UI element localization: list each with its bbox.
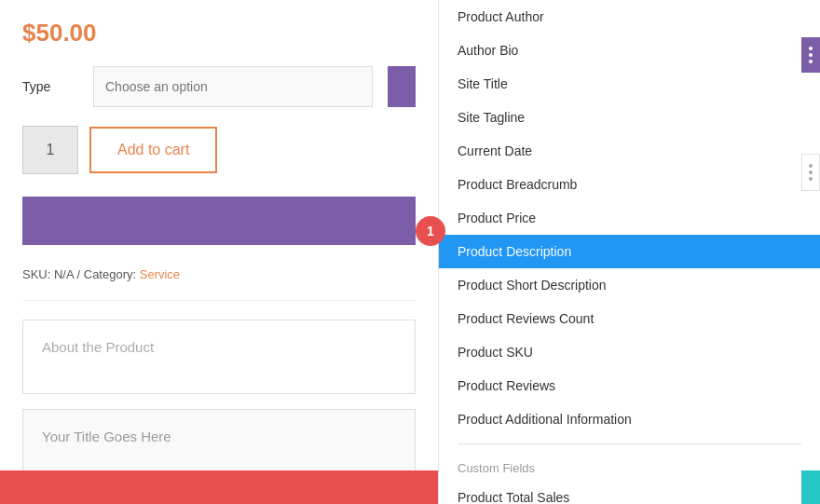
dot2-2	[809, 170, 813, 174]
right-dropdown-panel: Product AuthorAuthor BioSite TitleSite T…	[438, 0, 820, 504]
title-box: Your Title Goes Here	[22, 409, 416, 474]
dot-3	[809, 60, 813, 63]
purple-button[interactable]	[388, 66, 416, 107]
dot2-1	[809, 164, 813, 168]
dropdown-item[interactable]: Product SKU	[439, 335, 820, 369]
purple-bar	[22, 197, 416, 245]
dropdown-item[interactable]: Current Date	[439, 134, 820, 168]
dropdown-item[interactable]: Site Title	[439, 67, 820, 101]
product-price: $50.00	[22, 19, 416, 48]
custom-field-item[interactable]: Product Total Sales	[439, 481, 820, 504]
type-select[interactable]	[93, 66, 373, 107]
dropdown-item[interactable]: Product Additional Information	[439, 402, 820, 436]
dot2-3	[809, 177, 813, 181]
dropdown-item[interactable]: Product Short Description	[439, 268, 820, 302]
red-bar	[0, 470, 438, 504]
teal-bar	[801, 470, 820, 504]
dropdown-list: Product AuthorAuthor BioSite TitleSite T…	[439, 0, 820, 504]
dropdown-item[interactable]: Product Reviews	[439, 369, 820, 402]
dropdown-item[interactable]: Product Description	[439, 235, 820, 268]
dropdown-item[interactable]: Product Breadcrumb	[439, 168, 820, 201]
dropdown-item[interactable]: Product Author	[439, 0, 820, 34]
dropdown-item[interactable]: Author Bio	[439, 34, 820, 67]
step-badge: 1	[416, 216, 445, 246]
sku-text: SKU: N/A / Category:	[22, 267, 136, 281]
dropdown-item[interactable]: Product Price	[439, 201, 820, 235]
custom-fields-label: Custom Fields	[439, 452, 820, 481]
sku-line: SKU: N/A / Category: Service	[22, 267, 416, 301]
dropdown-item[interactable]: Product Reviews Count	[439, 302, 820, 335]
dropdown-divider	[458, 443, 801, 444]
add-to-cart-button[interactable]: Add to cart	[89, 127, 217, 173]
bottom-bar	[0, 470, 438, 504]
badge-container: 1	[416, 216, 445, 246]
more-options-button-top[interactable]	[801, 37, 820, 73]
type-row: Type	[22, 66, 416, 107]
category-link[interactable]: Service	[140, 267, 180, 281]
cart-row: Add to cart	[22, 126, 416, 174]
about-placeholder: About the Product	[42, 339, 154, 355]
left-panel: $50.00 Type Add to cart SKU: N/A / Categ…	[0, 0, 438, 504]
type-label: Type	[22, 79, 78, 94]
title-placeholder: Your Title Goes Here	[42, 429, 171, 444]
dropdown-item[interactable]: Site Tagline	[439, 101, 820, 134]
dot-1	[809, 47, 813, 50]
about-box: About the Product	[22, 320, 416, 394]
more-options-button-2[interactable]	[801, 154, 820, 191]
quantity-input[interactable]	[22, 126, 78, 174]
dot-2	[809, 53, 813, 57]
